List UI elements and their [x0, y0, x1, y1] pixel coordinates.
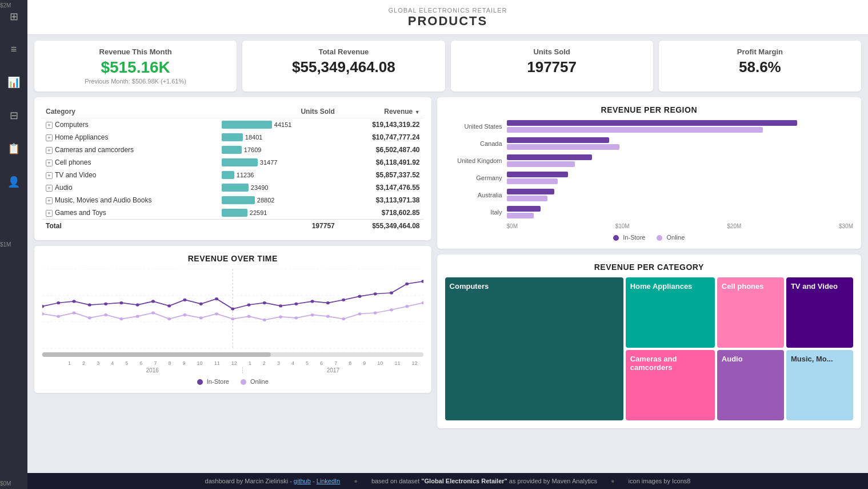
region-bar-instore — [507, 120, 798, 126]
table-row[interactable]: +Home Appliances 18401 $10,747,777.24 — [42, 131, 423, 144]
region-bar-instore — [507, 206, 541, 212]
category-chart-title: REVENUE PER CATEGORY — [445, 263, 853, 272]
footer-text2: based on dataset "Global Electronics Ret… — [371, 478, 597, 484]
expand-icon[interactable]: + — [46, 134, 53, 141]
expand-icon[interactable]: + — [46, 122, 53, 129]
treemap-cell-audio[interactable]: Audio — [717, 350, 784, 420]
treemap-cell-cell-phones[interactable]: Cell phones — [717, 277, 784, 348]
svg-point-16 — [215, 297, 218, 300]
cell-units: 44151 — [218, 118, 338, 132]
cell-revenue: $3,147,476.55 — [338, 181, 423, 194]
region-row: Germany — [450, 172, 849, 184]
cell-units: 18401 — [218, 131, 338, 144]
sort-icon[interactable]: ▼ — [415, 109, 420, 115]
cell-revenue: $6,502,487.40 — [338, 144, 423, 156]
footer-linkedin-link[interactable]: LinkedIn — [317, 478, 341, 484]
kpi-value-1: $55,349,464.08 — [253, 58, 434, 76]
kpi-sub-0: Previous Month: $506.98K (+1.61%) — [45, 78, 226, 85]
region-row: United Kingdom — [450, 154, 849, 167]
table-row[interactable]: +Computers 44151 $19,143,319.22 — [42, 118, 423, 132]
region-bars — [507, 120, 849, 133]
units-bar — [222, 184, 249, 192]
region-row: Canada — [450, 137, 849, 150]
svg-point-10 — [119, 301, 123, 304]
svg-point-15 — [199, 303, 203, 305]
svg-point-19 — [263, 301, 266, 304]
kpi-label-3: Profit Margin — [669, 47, 851, 56]
svg-point-42 — [231, 317, 234, 320]
svg-point-54 — [422, 301, 423, 304]
footer-dot1: ● — [354, 478, 358, 484]
treemap-cell-tv-video[interactable]: TV and Video — [786, 277, 853, 348]
units-bar — [222, 133, 243, 141]
region-bar-online — [507, 161, 575, 167]
units-value: 11236 — [237, 172, 254, 178]
expand-icon[interactable]: + — [46, 210, 53, 217]
kpi-label-0: Revenue This Month — [45, 47, 226, 56]
units-value: 44151 — [274, 121, 292, 128]
svg-point-22 — [311, 300, 314, 303]
expand-icon[interactable]: + — [46, 172, 53, 179]
table-row[interactable]: +Audio 23490 $3,147,476.55 — [42, 181, 423, 194]
svg-point-51 — [374, 311, 377, 314]
region-legend: In-Store Online — [445, 234, 853, 241]
region-label: Canada — [450, 140, 507, 147]
kpi-revenue-this-month: Revenue This Month $515.16K Previous Mon… — [34, 41, 237, 92]
cell-category: +Music, Movies and Audio Books — [42, 194, 218, 206]
main-content: GLOBAL ELECTRONICS RETAILER PRODUCTS Rev… — [27, 0, 868, 489]
treemap-cell-music[interactable]: Music, Mo... — [786, 350, 853, 420]
expand-icon[interactable]: + — [46, 197, 53, 204]
region-bars — [507, 154, 849, 167]
table-row[interactable]: +TV and Video 11236 $5,857,337.52 — [42, 169, 423, 181]
legend-dot-online — [241, 379, 246, 385]
cell-units: 23490 — [218, 181, 338, 194]
scrollbar-handle[interactable] — [42, 352, 271, 357]
svg-point-53 — [405, 305, 409, 308]
region-bars — [507, 206, 849, 218]
region-bar-instore — [507, 154, 593, 160]
table-row[interactable]: +Music, Movies and Audio Books 28802 $3,… — [42, 194, 423, 206]
svg-point-49 — [342, 317, 345, 320]
region-chart-title: REVENUE PER REGION — [445, 105, 853, 114]
cell-units: 22591 — [218, 206, 338, 220]
units-value: 23490 — [251, 184, 269, 191]
region-legend-dot-online — [657, 235, 662, 241]
region-bar-instore — [507, 189, 555, 194]
table-row[interactable]: +Cell phones 31477 $6,118,491.92 — [42, 156, 423, 169]
kpi-units-sold: Units Sold 197757 — [451, 41, 653, 92]
dashboard-body: Category Units Sold Revenue ▼ +Computers — [27, 97, 868, 473]
region-bar-instore — [507, 172, 569, 177]
total-units: 197757 — [218, 220, 338, 233]
expand-icon[interactable]: + — [46, 185, 53, 192]
cell-category: +Home Appliances — [42, 131, 218, 144]
svg-point-27 — [390, 291, 393, 294]
cell-units: 31477 — [218, 156, 338, 169]
cell-revenue: $718,602.85 — [338, 206, 423, 220]
table-row[interactable]: +Games and Toys 22591 $718,602.85 — [42, 206, 423, 220]
time-chart-title: REVENUE OVER TIME — [42, 254, 423, 263]
time-chart-svg — [42, 269, 423, 349]
table-row[interactable]: +Cameras and camcorders 17609 $6,502,487… — [42, 144, 423, 156]
region-legend-dot-instore — [613, 235, 619, 241]
expand-icon[interactable]: + — [46, 160, 53, 166]
x-axis-months: 123456789101112 123456789101112 — [62, 360, 423, 366]
svg-point-20 — [279, 304, 282, 307]
treemap-cell-computers[interactable]: Computers — [445, 277, 623, 420]
expand-icon[interactable]: + — [46, 147, 53, 154]
footer-text3: icon images by Icons8 — [629, 478, 691, 484]
svg-point-8 — [88, 303, 91, 306]
svg-point-50 — [358, 312, 361, 315]
treemap-cell-cameras[interactable]: Cameras and camcorders — [626, 350, 715, 420]
page-title: PRODUCTS — [27, 14, 868, 29]
region-legend-instore: In-Store — [613, 234, 645, 241]
treemap-cell-home-appliances[interactable]: Home Appliances — [626, 277, 715, 348]
svg-point-18 — [247, 303, 251, 306]
revenue-per-category-panel: REVENUE PER CATEGORY ComputersHome Appli… — [437, 255, 861, 428]
region-bars — [507, 172, 849, 184]
footer-github-link[interactable]: github — [294, 478, 311, 484]
svg-point-32 — [73, 311, 76, 314]
svg-point-45 — [279, 315, 282, 318]
svg-point-26 — [374, 292, 377, 295]
svg-point-43 — [247, 315, 251, 318]
units-value: 22591 — [250, 209, 267, 216]
